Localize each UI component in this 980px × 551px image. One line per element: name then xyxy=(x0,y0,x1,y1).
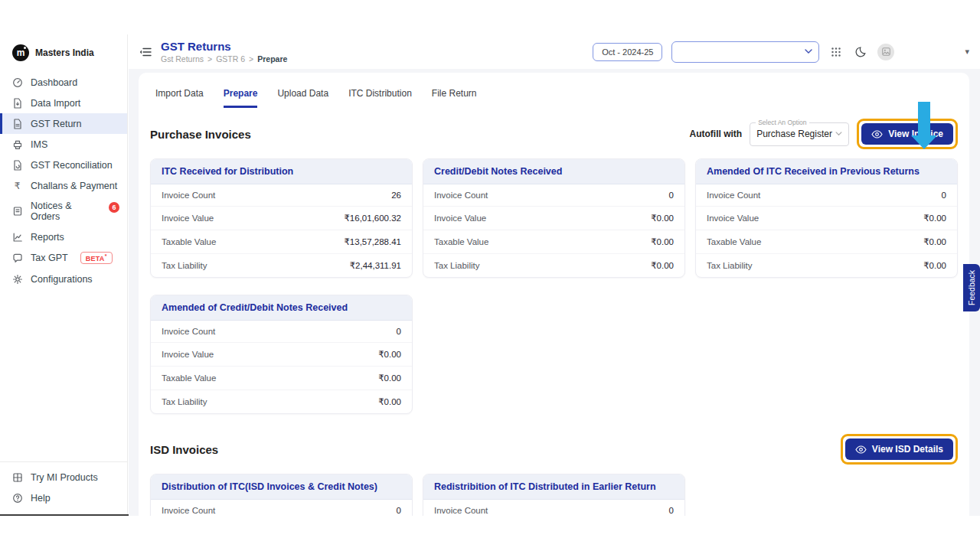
beta-badge: BETA* xyxy=(80,252,113,264)
sidebar-item-notices-orders[interactable]: Notices & Orders 6 xyxy=(0,196,127,227)
sidebar-item-label: Help xyxy=(31,493,51,504)
sidebar-item-label: GST Reconciliation xyxy=(31,160,113,171)
sidebar-item-label: GST Return xyxy=(31,119,81,129)
sidebar-collapse-icon[interactable] xyxy=(139,47,152,57)
user-avatar[interactable] xyxy=(877,44,894,60)
page-title: GST Returns xyxy=(161,40,287,53)
tab-bar: Import Data Prepare Upload Data ITC Dist… xyxy=(139,73,969,108)
brand: m Masters India xyxy=(0,34,127,69)
title-block: GST Returns Gst Returns > GSTR 6 > Prepa… xyxy=(161,40,287,64)
chevron-down-icon xyxy=(835,132,842,136)
card-title: Amended of Credit/Debit Notes Received xyxy=(151,295,412,321)
card-row: Invoice Count0 xyxy=(151,500,412,516)
card-row: Taxable Value₹0.00 xyxy=(696,230,957,254)
card-row: Taxable Value₹13,57,288.41 xyxy=(151,230,412,254)
view-invoice-button[interactable]: View Invoice xyxy=(861,123,953,145)
sidebar-item-challans-payment[interactable]: ₹ Challans & Payment xyxy=(0,175,127,196)
file-sync-icon xyxy=(11,159,23,171)
purchase-controls: Autofill with Select An Option Purchase … xyxy=(690,119,958,149)
select-float-label: Select An Option xyxy=(756,119,808,126)
sidebar-nav: Dashboard Data Import GST Return IMS GST… xyxy=(0,72,127,289)
purchase-invoices-header: Purchase Invoices Autofill with Select A… xyxy=(150,119,958,149)
brand-name: Masters India xyxy=(35,47,94,58)
chart-icon xyxy=(11,231,23,243)
sidebar-item-tax-gpt[interactable]: Tax GPT BETA* xyxy=(0,247,127,269)
period-selector-button[interactable]: Oct - 2024-25 xyxy=(593,43,662,61)
sidebar-item-gst-reconciliation[interactable]: GST Reconciliation xyxy=(0,155,127,175)
sidebar-item-reports[interactable]: Reports xyxy=(0,227,127,247)
app-window: m Masters India Dashboard Data Import GS… xyxy=(0,34,980,516)
chat-icon xyxy=(11,253,23,264)
card-title: Redistribition of ITC Distributed in Ear… xyxy=(423,474,684,500)
autofill-with-label: Autofill with xyxy=(690,129,743,139)
sidebar-item-gst-return[interactable]: GST Return xyxy=(0,113,127,134)
sidebar-item-dashboard[interactable]: Dashboard xyxy=(0,72,127,93)
sidebar-footer: Try MI Products Help xyxy=(0,461,127,514)
breadcrumb-gstr6[interactable]: GSTR 6 xyxy=(216,54,245,64)
select-value: Purchase Register xyxy=(756,129,835,139)
sidebar-item-label: Configurations xyxy=(31,274,93,285)
rupee-icon: ₹ xyxy=(11,180,23,191)
view-isd-highlight: View ISD Details xyxy=(841,434,958,465)
tab-prepare[interactable]: Prepare xyxy=(224,88,258,108)
gstin-select[interactable] xyxy=(671,41,819,63)
card-row: Invoice Value₹0.00 xyxy=(151,343,412,367)
breadcrumb-separator: > xyxy=(249,54,253,64)
sidebar-item-label: Data Import xyxy=(31,98,80,109)
card-amended-itc-previous: Amended Of ITC Received in Previous Retu… xyxy=(695,158,958,278)
chevron-down-icon xyxy=(805,49,812,54)
dark-mode-moon-icon[interactable] xyxy=(853,44,868,60)
content-panel: Import Data Prepare Upload Data ITC Dist… xyxy=(139,73,969,516)
card-row: Invoice Count0 xyxy=(151,321,412,343)
help-icon xyxy=(11,492,23,504)
card-amended-credit-debit: Amended of Credit/Debit Notes Received I… xyxy=(150,295,413,414)
eye-icon xyxy=(855,445,867,454)
autofill-source-select[interactable]: Select An Option Purchase Register xyxy=(750,122,849,146)
purchase-cards-row-1: ITC Received for Distribution Invoice Co… xyxy=(150,158,958,278)
feedback-tab[interactable]: Feedback xyxy=(963,264,980,311)
sidebar-item-configurations[interactable]: Configurations xyxy=(0,269,127,289)
tab-itc-distribution[interactable]: ITC Distribution xyxy=(348,88,412,108)
sidebar-item-label: Notices & Orders xyxy=(31,201,100,222)
printer-icon xyxy=(11,139,23,150)
tab-upload-data[interactable]: Upload Data xyxy=(277,88,328,108)
eye-icon xyxy=(871,130,883,139)
sidebar-item-data-import[interactable]: Data Import xyxy=(0,93,127,113)
purchase-cards-row-2: Amended of Credit/Debit Notes Received I… xyxy=(150,295,958,414)
sidebar-item-label: Tax GPT xyxy=(31,253,68,263)
sidebar-item-help[interactable]: Help xyxy=(0,487,127,508)
tab-import-data[interactable]: Import Data xyxy=(155,88,204,108)
grid-squares-icon xyxy=(11,471,23,483)
breadcrumb-gst-returns[interactable]: Gst Returns xyxy=(161,54,204,64)
breadcrumb: Gst Returns > GSTR 6 > Prepare xyxy=(161,54,287,64)
sidebar-item-try-mi-products[interactable]: Try MI Products xyxy=(0,467,127,487)
card-itc-received: ITC Received for Distribution Invoice Co… xyxy=(150,158,413,278)
card-row: Invoice Count0 xyxy=(423,184,684,207)
sidebar-item-label: IMS xyxy=(31,139,47,150)
breadcrumb-separator: > xyxy=(207,54,212,64)
isd-invoices-header: ISD Invoices View ISD Details xyxy=(150,434,958,465)
card-title: Credit/Debit Notes Received xyxy=(423,159,684,184)
view-isd-details-button[interactable]: View ISD Details xyxy=(845,439,953,460)
card-distribution-itc: Distribution of ITC(ISD Invoices & Credi… xyxy=(150,474,413,516)
sidebar-item-ims[interactable]: IMS xyxy=(0,134,127,155)
card-credit-debit-notes: Credit/Debit Notes Received Invoice Coun… xyxy=(423,158,685,278)
sidebar-item-label: Try MI Products xyxy=(31,472,98,483)
card-row: Tax Liability₹0.00 xyxy=(151,390,412,413)
apps-grid-icon[interactable] xyxy=(828,44,844,60)
card-row: Invoice Count0 xyxy=(696,184,957,207)
sidebar: m Masters India Dashboard Data Import GS… xyxy=(0,34,128,514)
sidebar-item-label: Dashboard xyxy=(31,77,77,88)
card-title: Amended Of ITC Received in Previous Retu… xyxy=(696,159,957,184)
masters-india-logo-icon: m xyxy=(12,44,29,61)
card-row: Tax Liability₹0.00 xyxy=(423,254,684,277)
account-caret-icon[interactable]: ▾ xyxy=(965,47,969,57)
purchase-invoices-heading: Purchase Invoices xyxy=(150,128,251,141)
card-row: Invoice Value₹0.00 xyxy=(696,207,957,230)
card-row: Invoice Value₹0.00 xyxy=(423,207,684,230)
card-row: Taxable Value₹0.00 xyxy=(151,367,412,390)
tab-file-return[interactable]: File Return xyxy=(432,88,477,108)
file-import-icon xyxy=(11,97,23,109)
document-icon xyxy=(11,118,23,129)
isd-controls: View ISD Details xyxy=(841,434,958,465)
